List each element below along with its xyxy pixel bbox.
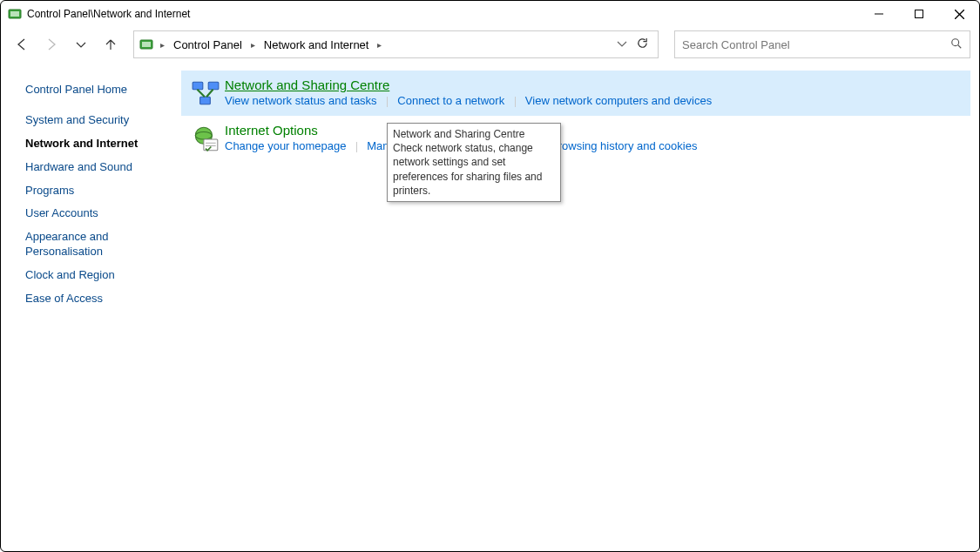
titlebar: Control Panel\Network and Internet — [1, 1, 979, 27]
chevron-right-icon[interactable]: ▸ — [247, 40, 259, 50]
back-button[interactable] — [10, 32, 34, 57]
svg-rect-10 — [193, 82, 203, 90]
maximize-button[interactable] — [899, 1, 939, 27]
tooltip: Network and Sharing Centre Check network… — [387, 123, 561, 202]
separator — [356, 142, 357, 152]
content-area: Network and Sharing Centre View network … — [181, 62, 979, 551]
search-bar[interactable] — [674, 30, 970, 58]
category-internet-options: Internet Options Change your homepage Ma… — [181, 116, 970, 161]
minimize-button[interactable] — [859, 1, 899, 27]
address-dropdown-icon[interactable] — [617, 38, 627, 51]
link-connect-network[interactable]: Connect to a network — [397, 94, 504, 107]
sidebar-home[interactable]: Control Panel Home — [25, 83, 172, 98]
internet-options-icon — [186, 123, 225, 154]
address-bar[interactable]: ▸ Control Panel ▸ Network and Internet ▸ — [133, 30, 659, 58]
svg-point-8 — [952, 38, 959, 45]
network-sharing-icon — [186, 77, 225, 109]
category-network-sharing: Network and Sharing Centre View network … — [181, 71, 970, 116]
recent-locations-button[interactable] — [69, 32, 93, 57]
window-title: Control Panel\Network and Internet — [27, 8, 190, 20]
sidebar-item-network-internet[interactable]: Network and Internet — [25, 137, 172, 151]
separator — [515, 97, 516, 107]
sidebar-item-user-accounts[interactable]: User Accounts — [25, 206, 172, 221]
svg-line-14 — [206, 90, 213, 98]
forward-button[interactable] — [39, 32, 64, 57]
tooltip-body: Check network status, change network set… — [393, 141, 555, 198]
up-button[interactable] — [98, 32, 123, 57]
control-panel-icon — [8, 7, 22, 21]
svg-rect-7 — [142, 42, 151, 47]
link-view-network-status[interactable]: View network status and tasks — [225, 94, 377, 107]
chevron-right-icon[interactable]: ▸ — [374, 40, 385, 50]
sidebar-item-clock-region[interactable]: Clock and Region — [25, 268, 172, 283]
sidebar-item-appearance[interactable]: Appearance and Personalisation — [25, 230, 172, 259]
search-input[interactable] — [682, 38, 950, 51]
svg-rect-1 — [10, 11, 19, 17]
sidebar-item-ease-of-access[interactable]: Ease of Access — [25, 292, 172, 306]
sidebar-item-hardware-sound[interactable]: Hardware and Sound — [25, 160, 172, 175]
sidebar-item-system-security[interactable]: System and Security — [25, 113, 172, 128]
category-title-network-sharing[interactable]: Network and Sharing Centre — [225, 77, 389, 92]
sidebar: Control Panel Home System and Security N… — [1, 62, 181, 551]
close-button[interactable] — [939, 1, 979, 27]
breadcrumb-current[interactable]: Network and Internet — [262, 38, 371, 51]
toolbar: ▸ Control Panel ▸ Network and Internet ▸ — [1, 27, 979, 62]
chevron-right-icon[interactable]: ▸ — [157, 40, 168, 50]
tooltip-title: Network and Sharing Centre — [393, 127, 555, 141]
svg-rect-12 — [200, 97, 211, 104]
svg-rect-3 — [916, 10, 923, 18]
separator — [387, 97, 388, 107]
address-bar-icon — [139, 37, 153, 51]
svg-line-9 — [958, 44, 962, 48]
sidebar-item-programs[interactable]: Programs — [25, 184, 172, 199]
category-title-internet-options[interactable]: Internet Options — [225, 123, 318, 138]
refresh-button[interactable] — [636, 37, 649, 52]
link-change-homepage[interactable]: Change your homepage — [225, 139, 347, 152]
svg-rect-11 — [208, 82, 219, 90]
search-icon[interactable] — [950, 37, 963, 52]
breadcrumb-root[interactable]: Control Panel — [172, 38, 244, 51]
link-view-network-computers[interactable]: View network computers and devices — [525, 94, 712, 107]
svg-line-13 — [197, 90, 205, 98]
